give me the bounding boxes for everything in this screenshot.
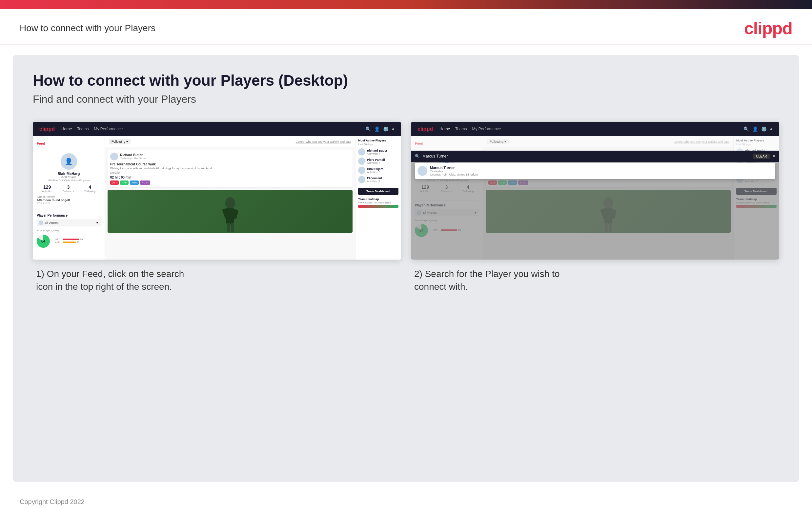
nav-my-performance-2[interactable]: My Performance xyxy=(472,127,501,131)
result-meta-1: Yesterday xyxy=(430,170,443,173)
svg-point-0 xyxy=(225,197,235,209)
nav-teams-2[interactable]: Teams xyxy=(455,127,467,131)
dropdown-chevron-icon: ▼ xyxy=(96,221,99,224)
player-selector-1[interactable]: Eli Vincent ▼ xyxy=(37,219,101,226)
player-name-0: Richard Butler xyxy=(367,149,387,152)
avatar-icon-2[interactable]: ● xyxy=(770,126,773,132)
feed-tab-2: Feed xyxy=(415,141,423,147)
following-button-2: Following ▾ xyxy=(487,139,509,144)
screenshot-block-2: clippd Home Teams My Performance 🔍 👤 ⚙️ … xyxy=(411,122,779,293)
duration-val-1: 02 hr : 00 min xyxy=(110,176,350,179)
left-panel-1: Feed 👤 Blair McHarg Golf Coach Mill Ride… xyxy=(33,136,105,260)
avatar-icon[interactable]: ● xyxy=(392,126,394,132)
followers-label: Followers xyxy=(63,190,74,193)
player-perf-title-1: Player Performance xyxy=(37,214,101,217)
result-name-0: Marcus Turner xyxy=(430,166,478,170)
app-body-2: Feed 👤 Blair McHarg Golf Coach Mill Ride… xyxy=(411,136,779,260)
most-active-period-2: Last 30 days xyxy=(736,143,776,146)
activity-desc-1: Walking the course with my coach to buil… xyxy=(110,167,350,170)
following-num: 4 xyxy=(84,184,95,190)
screenshot-block-1: clippd Home Teams My Performance 🔍 👤 ⚙️ … xyxy=(33,122,401,293)
team-dashboard-button-1[interactable]: Team Dashboard xyxy=(358,188,398,195)
caption-1: 1) On your Feed, click on the searchicon… xyxy=(33,267,401,293)
avatar-1: 👤 xyxy=(61,153,77,170)
profile-role-1: Golf Coach xyxy=(37,176,101,179)
middle-panel-1: Following ▾ Control who can see your act… xyxy=(105,136,355,260)
app-logo-1: clippd xyxy=(39,126,55,132)
search-icon-2[interactable]: 🔍 xyxy=(744,126,749,132)
feed-tab-1[interactable]: Feed xyxy=(37,141,45,147)
search-result-dropdown: Marcus Turner Yesterday Cypress Point Cl… xyxy=(415,163,775,179)
app-bar xyxy=(63,242,76,243)
stats-row-1: 129 Activities 3 Followers 4 Following xyxy=(37,184,101,193)
close-button[interactable]: × xyxy=(772,153,775,159)
settings-icon[interactable]: ⚙️ xyxy=(383,126,389,132)
player-avatar-0 xyxy=(358,148,365,156)
user-icon[interactable]: 👤 xyxy=(374,126,380,132)
most-active-period-1: Last 30 days xyxy=(358,143,398,146)
player-selector-name: Eli Vincent xyxy=(45,221,58,224)
activity-duration-1: Duration xyxy=(110,171,350,174)
nav-my-performance[interactable]: My Performance xyxy=(94,127,123,131)
total-quality-label: Total Player Quality xyxy=(37,229,59,232)
player-name-1: Piers Parnell xyxy=(367,158,385,162)
following-stat: 4 Following xyxy=(84,184,95,193)
svg-rect-5 xyxy=(231,223,234,232)
search-box: 🔍 Marcus Turner CLEAR × xyxy=(411,151,779,162)
result-meta-club-0: Cypress Point Club, United Kingdom xyxy=(430,173,478,176)
app-nav-2: clippd Home Teams My Performance 🔍 👤 ⚙️ … xyxy=(411,122,779,136)
caption-2: 2) Search for the Player you wish toconn… xyxy=(411,267,779,293)
player-item-0: Richard Butler Activities: 7 xyxy=(358,148,398,156)
nav-home-2[interactable]: Home xyxy=(439,127,450,131)
stat-bars-1: OTT 79 APP 70 xyxy=(55,238,83,244)
control-link[interactable]: Control who can see your activity and da… xyxy=(295,140,351,143)
quality-circle-1: 84 xyxy=(37,235,50,248)
page-subtitle: Find and connect with your Players xyxy=(33,93,779,105)
user-icon-2[interactable]: 👤 xyxy=(752,126,758,132)
tag-app: APP xyxy=(120,180,129,185)
control-link-2: Control who can see your activity and da… xyxy=(674,140,729,143)
ott-bar-row: OTT 79 xyxy=(55,238,83,241)
following-button[interactable]: Following ▾ xyxy=(109,139,131,144)
tag-ott: OTT xyxy=(110,180,119,185)
player-info-0: Richard Butler Activities: 7 xyxy=(367,149,387,155)
nav-teams[interactable]: Teams xyxy=(77,127,89,131)
most-active-title-2: Most Active Players xyxy=(736,139,776,142)
app-body-1: Feed 👤 Blair McHarg Golf Coach Mill Ride… xyxy=(33,136,401,260)
app-nav-1: clippd Home Teams My Performance 🔍 👤 ⚙️ … xyxy=(33,122,401,136)
user-meta-1: Yesterday · The Grove xyxy=(120,157,146,160)
clear-button[interactable]: CLEAR xyxy=(753,154,769,159)
player-name-2: Hiral Pujara xyxy=(367,167,383,171)
copyright: Copyright Clippd 2022 xyxy=(20,498,85,505)
player-acts-3: Activities: 1 xyxy=(367,180,382,183)
nav-icons-1: 🔍 👤 ⚙️ ● xyxy=(365,126,394,132)
search-icon[interactable]: 🔍 xyxy=(365,126,371,132)
activities-stat: 129 Activities xyxy=(42,184,52,193)
search-input-value[interactable]: Marcus Turner xyxy=(422,154,751,159)
player-avatar-1 xyxy=(358,158,365,165)
followers-stat: 3 Followers xyxy=(63,184,74,193)
following-bar-2: Following ▾ Control who can see your act… xyxy=(483,136,733,147)
result-item-0[interactable]: Marcus Turner Yesterday Cypress Point Cl… xyxy=(418,166,773,176)
user-info-1: Richard Butler Yesterday · The Grove xyxy=(120,153,146,160)
following-btn-label: Following xyxy=(111,140,125,143)
tag-arg: ARG xyxy=(130,180,139,185)
header: How to connect with your Players clippd xyxy=(0,9,812,45)
activity-user-1: Richard Butler Yesterday · The Grove xyxy=(110,153,350,161)
search-icon-overlay: 🔍 xyxy=(415,154,420,159)
followers-num: 3 xyxy=(63,184,74,190)
player-info-2: Hiral Pujara Activities: 3 xyxy=(367,167,383,174)
app-screenshot-1: clippd Home Teams My Performance 🔍 👤 ⚙️ … xyxy=(33,122,401,260)
player-info-1: Piers Parnell Activities: 4 xyxy=(367,158,385,164)
nav-links-1: Home Teams My Performance xyxy=(61,127,123,131)
most-active-title-1: Most Active Players xyxy=(358,139,398,142)
golfer-image-1 xyxy=(107,190,352,233)
player-selector-avatar xyxy=(39,220,43,225)
ott-label: OTT xyxy=(55,238,62,241)
right-panel-1: Most Active Players Last 30 days Richard… xyxy=(355,136,401,260)
nav-home[interactable]: Home xyxy=(61,127,72,131)
settings-icon-2[interactable]: ⚙️ xyxy=(761,126,767,132)
page-title: How to connect with your Players (Deskto… xyxy=(33,72,779,89)
following-bar-1: Following ▾ Control who can see your act… xyxy=(105,136,355,147)
latest-activity-name: Afternoon round of golf xyxy=(37,199,101,202)
